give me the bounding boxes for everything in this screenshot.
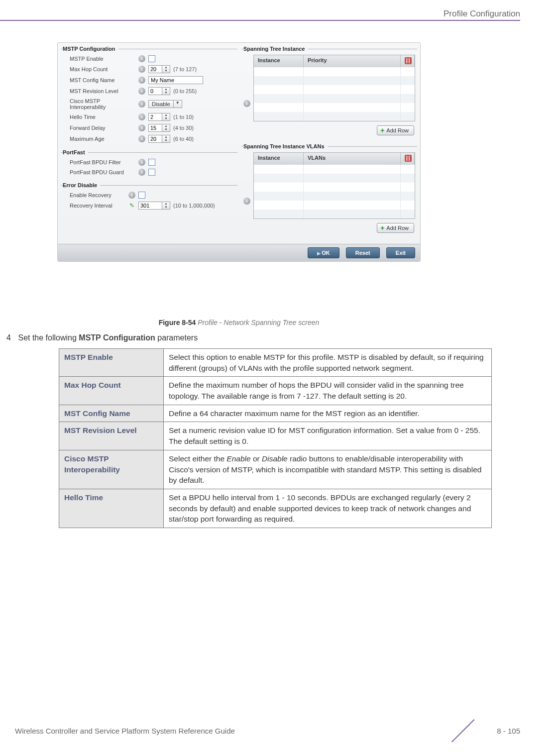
- priority-col-header: Priority: [304, 55, 401, 67]
- forward-delay-label: Forward Delay: [70, 125, 135, 131]
- parameter-table: MSTP Enable Select this option to enable…: [59, 348, 492, 528]
- add-row-label: Add Row: [386, 225, 409, 231]
- revision-spinner[interactable]: ▲▼: [148, 87, 170, 95]
- max-hop-range: (7 to 127): [173, 66, 197, 72]
- enable-recovery-label: Enable Recovery: [70, 192, 125, 198]
- table-row: Hello Time Set a BPDU hello interval fro…: [59, 489, 492, 528]
- step-number: 4: [0, 333, 16, 342]
- plus-icon: +: [380, 225, 384, 230]
- delete-col-header[interactable]: [401, 55, 415, 67]
- info-icon[interactable]: i: [138, 55, 145, 62]
- recovery-interval-range: (10 to 1,000,000): [173, 203, 215, 209]
- param-label: MST Revision Level: [59, 422, 164, 450]
- footer-slash-icon: [474, 719, 497, 742]
- plus-icon: +: [380, 128, 384, 133]
- error-disable-legend: Error Disable: [63, 182, 100, 188]
- ok-button[interactable]: OK: [308, 247, 339, 258]
- param-label: Cisco MSTP Interoperability: [59, 450, 164, 489]
- reset-button[interactable]: Reset: [346, 247, 380, 258]
- step-instruction: 4 Set the following MSTP Configuration p…: [0, 333, 198, 342]
- cisco-interop-value: Disable: [149, 101, 173, 108]
- info-icon[interactable]: i: [128, 192, 135, 199]
- info-icon[interactable]: i: [243, 198, 250, 205]
- cisco-interop-row: Cisco MSTP Interoperability i Disable ▼: [63, 97, 235, 111]
- table-row: Cisco MSTP Interoperability Select eithe…: [59, 450, 492, 489]
- page-footer: Wireless Controller and Service Platform…: [15, 719, 520, 742]
- add-row-button[interactable]: + Add Row: [377, 125, 414, 135]
- portfast-fieldset: PortFast PortFast BPDU Filter i PortFast…: [61, 149, 237, 180]
- vlans-instance-col-header: Instance: [254, 153, 304, 165]
- bpdu-guard-label: PortFast BPDU Guard: [70, 169, 135, 175]
- hello-time-spinner[interactable]: ▲▼: [148, 113, 170, 121]
- bpdu-filter-checkbox[interactable]: [148, 159, 155, 166]
- vlans-table: Instance VLANs: [253, 152, 415, 219]
- table-row: MSTP Enable Select this option to enable…: [59, 349, 492, 377]
- add-row-button[interactable]: + Add Row: [377, 223, 414, 233]
- bpdu-filter-label: PortFast BPDU Filter: [70, 159, 135, 165]
- param-desc: Select either the Enable or Disable radi…: [164, 450, 492, 489]
- mstp-enable-row: MSTP Enable i: [63, 54, 235, 64]
- recovery-interval-spinner[interactable]: ▲▼: [138, 202, 170, 210]
- exit-button[interactable]: Exit: [386, 247, 415, 258]
- revision-input[interactable]: [149, 88, 162, 95]
- max-age-input[interactable]: [149, 135, 162, 142]
- spanning-tree-instance-vlans-fieldset: Spanning Tree Instance VLANs i Instance …: [241, 143, 417, 239]
- param-desc: Select this option to enable MSTP for th…: [164, 349, 492, 377]
- recovery-interval-input[interactable]: [139, 202, 162, 209]
- info-icon[interactable]: i: [138, 88, 145, 95]
- max-age-label: Maximum Age: [70, 136, 135, 142]
- config-name-input[interactable]: [148, 76, 203, 84]
- config-name-label: MST Config Name: [70, 77, 135, 83]
- pencil-icon[interactable]: [128, 202, 135, 209]
- revision-row: MST Revision Level i ▲▼ (0 to 255): [63, 86, 235, 97]
- vlans-legend: Spanning Tree Instance VLANs: [243, 143, 328, 149]
- header-divider: [0, 20, 520, 21]
- table-row: MST Config Name Define a 64 character ma…: [59, 405, 492, 422]
- cisco-interop-dropdown[interactable]: Disable ▼: [148, 100, 182, 108]
- mstp-enable-checkbox[interactable]: [148, 55, 155, 62]
- info-icon[interactable]: i: [138, 77, 145, 84]
- cisco-interop-label: Cisco MSTP Interoperability: [70, 98, 135, 110]
- recovery-interval-row: Recovery Interval ▲▼ (10 to 1,000,000): [63, 200, 235, 211]
- max-age-spinner[interactable]: ▲▼: [148, 135, 170, 143]
- footer-page-number: 8 - 105: [497, 727, 520, 735]
- figure-caption: Figure 8-54 Profile - Network Spanning T…: [57, 319, 421, 326]
- hello-time-input[interactable]: [149, 113, 162, 120]
- figure-description: Profile - Network Spanning Tree screen: [198, 319, 319, 326]
- table-row: Max Hop Count Define the maximum number …: [59, 377, 492, 405]
- param-label: MSTP Enable: [59, 349, 164, 377]
- config-name-row: MST Config Name i: [63, 75, 235, 86]
- info-icon[interactable]: i: [138, 101, 145, 108]
- vlans-col-header: VLANs: [304, 153, 401, 165]
- step-text-before: Set the following: [18, 333, 79, 342]
- revision-range: (0 to 255): [173, 88, 197, 94]
- mstp-enable-label: MSTP Enable: [70, 56, 135, 62]
- forward-delay-spinner[interactable]: ▲▼: [148, 124, 170, 132]
- bpdu-guard-checkbox[interactable]: [148, 169, 155, 176]
- param-label: MST Config Name: [59, 405, 164, 422]
- param-desc: Set a BPDU hello interval from 1 - 10 se…: [164, 489, 492, 528]
- max-hop-input[interactable]: [149, 66, 162, 73]
- info-icon[interactable]: i: [138, 169, 145, 176]
- info-icon[interactable]: i: [243, 100, 250, 107]
- param-label: Hello Time: [59, 489, 164, 528]
- info-icon[interactable]: i: [138, 159, 145, 166]
- forward-delay-input[interactable]: [149, 124, 162, 131]
- vlans-delete-col-header[interactable]: [401, 153, 415, 165]
- spanning-tree-instance-fieldset: Spanning Tree Instance i Instance Priori…: [241, 46, 417, 141]
- chevron-down-icon: ▼: [173, 101, 182, 108]
- instance-table: Instance Priority: [253, 55, 415, 121]
- max-hop-spinner[interactable]: ▲▼: [148, 65, 170, 73]
- info-icon[interactable]: i: [138, 66, 145, 73]
- enable-recovery-checkbox[interactable]: [138, 192, 145, 199]
- info-icon[interactable]: i: [138, 124, 145, 131]
- footer-guide-title: Wireless Controller and Service Platform…: [15, 727, 235, 735]
- info-icon[interactable]: i: [138, 113, 145, 120]
- info-icon[interactable]: i: [138, 135, 145, 142]
- dialog-footer: OK Reset Exit: [58, 244, 420, 261]
- mstp-legend: MSTP Configuration: [63, 46, 118, 52]
- max-hop-label: Max Hop Count: [70, 66, 135, 72]
- param-desc: Define the maximum number of hops the BP…: [164, 377, 492, 405]
- param-desc: Set a numeric revision value ID for MST …: [164, 422, 492, 450]
- bpdu-filter-row: PortFast BPDU Filter i: [63, 157, 235, 167]
